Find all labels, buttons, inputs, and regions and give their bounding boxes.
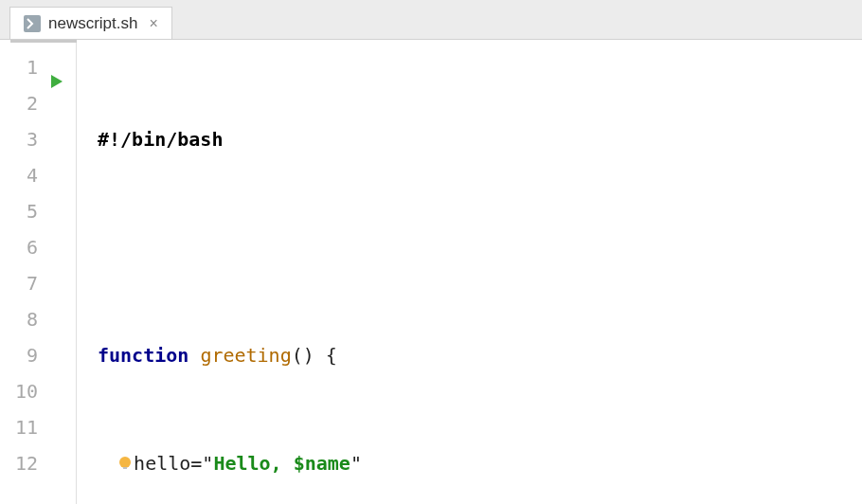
line-number[interactable]: 2 — [0, 85, 38, 121]
run-icon[interactable] — [49, 64, 64, 100]
run-gutter — [44, 49, 76, 504]
punct: () { — [292, 344, 337, 367]
code-line[interactable]: hello="Hello, $name" — [98, 445, 862, 481]
line-number[interactable]: 1 — [0, 49, 38, 85]
keyword-function: function — [98, 344, 189, 367]
function-name: greeting — [200, 344, 291, 367]
code-area[interactable]: #!/bin/bash function greeting() { hello=… — [77, 40, 862, 504]
code-line[interactable]: function greeting() { — [98, 337, 862, 373]
shebang: #!/bin/bash — [98, 128, 223, 151]
line-number[interactable]: 8 — [0, 301, 38, 337]
line-number[interactable]: 3 — [0, 121, 38, 157]
svg-rect-1 — [123, 467, 127, 469]
line-number[interactable]: 7 — [0, 265, 38, 301]
var-name: hello — [134, 452, 190, 475]
code-line[interactable]: #!/bin/bash — [98, 121, 862, 157]
line-number[interactable]: 9 — [0, 337, 38, 373]
tab-bar: newscript.sh × — [0, 0, 862, 40]
shell-file-icon — [24, 15, 41, 32]
line-number[interactable]: 4 — [0, 157, 38, 193]
line-number[interactable]: 12 — [0, 445, 38, 481]
line-number[interactable]: 6 — [0, 229, 38, 265]
lightbulb-icon[interactable] — [117, 447, 134, 483]
string-var: $name — [294, 452, 350, 475]
close-icon[interactable]: × — [149, 16, 157, 31]
gutter: 1 2 3 4 5 6 7 8 9 10 11 12 — [0, 40, 77, 504]
punct: =" — [190, 452, 213, 475]
line-number[interactable]: 5 — [0, 193, 38, 229]
svg-point-0 — [119, 457, 131, 468]
punct: " — [350, 452, 362, 475]
line-number[interactable]: 11 — [0, 409, 38, 445]
line-numbers: 1 2 3 4 5 6 7 8 9 10 11 12 — [0, 49, 44, 504]
string: Hello, — [213, 452, 293, 475]
code-line[interactable] — [98, 229, 862, 265]
file-tab[interactable]: newscript.sh × — [9, 7, 172, 39]
code-editor[interactable]: 1 2 3 4 5 6 7 8 9 10 11 12 #!/bin/bash f… — [0, 40, 862, 504]
tab-filename: newscript.sh — [48, 14, 137, 33]
line-number[interactable]: 10 — [0, 373, 38, 409]
